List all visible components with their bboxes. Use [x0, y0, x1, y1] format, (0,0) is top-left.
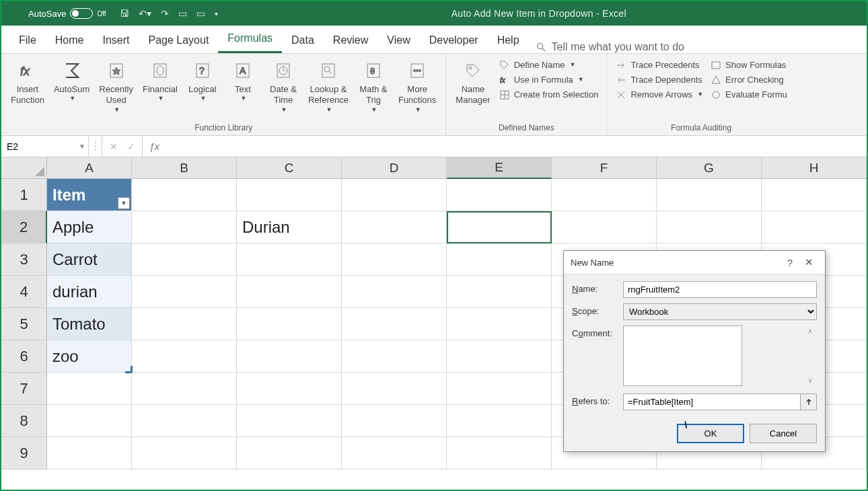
cell-e1[interactable]	[447, 179, 552, 211]
insert-function-button[interactable]: fxInsert Function	[7, 56, 48, 109]
cell-e2-selected[interactable]	[447, 211, 552, 243]
define-name-button[interactable]: Define Name▼	[496, 58, 602, 73]
cell[interactable]	[447, 276, 552, 308]
trace-precedents-button[interactable]: Trace Precedents	[612, 58, 706, 73]
comment-textarea[interactable]	[623, 326, 742, 386]
scrollbar[interactable]: ∧∨	[805, 327, 816, 385]
cell-d2[interactable]	[342, 211, 447, 243]
cell[interactable]	[342, 308, 447, 340]
tab-home[interactable]: Home	[46, 29, 94, 53]
cancel-icon[interactable]: ✕	[110, 141, 118, 152]
math-trig-button[interactable]: θMath & Trig▼	[354, 56, 393, 116]
cell[interactable]	[132, 405, 237, 437]
cell-h1[interactable]	[762, 179, 867, 211]
cell[interactable]	[447, 373, 552, 405]
redo-icon[interactable]: ↷	[161, 8, 169, 19]
cell[interactable]	[237, 437, 342, 469]
name-manager-button[interactable]: Name Manager	[451, 56, 494, 109]
enter-icon[interactable]: ✓	[127, 141, 135, 152]
row-header-8[interactable]: 8	[1, 405, 47, 437]
close-icon[interactable]: ✕	[799, 256, 818, 268]
cell[interactable]	[47, 405, 132, 437]
cell[interactable]	[132, 243, 237, 276]
date-time-button[interactable]: Date & Time▼	[264, 56, 303, 116]
undo-icon[interactable]: ↶▾	[139, 8, 151, 19]
cell[interactable]	[342, 373, 447, 405]
col-header-g[interactable]: G	[657, 157, 762, 179]
autosave-toggle[interactable]: AutoSave Off	[28, 8, 106, 19]
name-input[interactable]	[623, 281, 817, 298]
cell-c2[interactable]: Durian	[237, 211, 342, 243]
text-button[interactable]: AText▼	[223, 56, 262, 106]
cell[interactable]	[237, 373, 342, 405]
help-icon[interactable]: ?	[781, 257, 799, 268]
cell-a2[interactable]: Apple	[47, 211, 132, 243]
cell[interactable]	[342, 437, 447, 469]
cell[interactable]	[132, 308, 237, 340]
cell-a3[interactable]: Carrot	[47, 243, 132, 276]
cell[interactable]	[237, 308, 342, 340]
cell[interactable]	[237, 405, 342, 437]
qa-icon[interactable]: ▭	[178, 8, 187, 19]
cell-a6[interactable]: zoo	[47, 340, 132, 373]
row-header-3[interactable]: 3	[1, 243, 47, 276]
cell[interactable]	[342, 243, 447, 276]
col-header-a[interactable]: A	[47, 157, 132, 179]
cell[interactable]	[342, 405, 447, 437]
toggle-switch-icon[interactable]	[70, 8, 93, 19]
logical-button[interactable]: ?Logical▼	[183, 56, 222, 106]
col-header-f[interactable]: F	[552, 157, 657, 179]
cell-b1[interactable]	[132, 179, 237, 211]
ok-button[interactable]: OK	[677, 424, 744, 443]
cell[interactable]	[47, 373, 132, 405]
col-header-e[interactable]: E	[447, 157, 552, 179]
cell[interactable]	[132, 276, 237, 308]
tab-developer[interactable]: Developer	[420, 29, 488, 53]
cell[interactable]	[237, 340, 342, 373]
show-formulas-button[interactable]: Show Formulas	[707, 58, 790, 73]
qa-icon[interactable]: ▭	[196, 8, 205, 19]
cell[interactable]	[447, 340, 552, 373]
financial-button[interactable]: Financial▼	[139, 56, 182, 106]
cell[interactable]	[447, 243, 552, 276]
row-header-1[interactable]: 1	[1, 179, 47, 211]
tab-formulas[interactable]: Formulas	[218, 27, 282, 53]
lookup-reference-button[interactable]: Lookup & Reference▼	[304, 56, 353, 116]
row-header-2[interactable]: 2	[1, 211, 47, 243]
cell-c1[interactable]	[237, 179, 342, 211]
col-header-d[interactable]: D	[342, 157, 447, 179]
row-header-7[interactable]: 7	[1, 373, 47, 405]
col-header-b[interactable]: B	[132, 157, 237, 179]
cell-g1[interactable]	[657, 179, 762, 211]
col-header-c[interactable]: C	[237, 157, 342, 179]
evaluate-formula-button[interactable]: Evaluate Formu	[707, 87, 790, 102]
error-checking-button[interactable]: Error Checking	[707, 73, 790, 87]
select-all-corner[interactable]	[1, 157, 47, 179]
tab-help[interactable]: Help	[488, 29, 529, 53]
cell-a5[interactable]: Tomato	[47, 308, 132, 340]
cell[interactable]	[47, 437, 132, 469]
tab-review[interactable]: Review	[324, 29, 377, 53]
cell[interactable]	[342, 340, 447, 373]
trace-dependents-button[interactable]: Trace Dependents	[612, 73, 706, 87]
tab-page-layout[interactable]: Page Layout	[139, 29, 218, 53]
create-from-selection-button[interactable]: Create from Selection	[496, 87, 602, 102]
row-header-6[interactable]: 6	[1, 340, 47, 373]
cell[interactable]	[447, 437, 552, 469]
filter-dropdown-icon[interactable]: ▼	[118, 197, 130, 209]
cell-f1[interactable]	[552, 179, 657, 211]
cell[interactable]	[237, 243, 342, 276]
cell-d1[interactable]	[342, 179, 447, 211]
remove-arrows-button[interactable]: Remove Arrows▼	[612, 87, 706, 102]
formula-input[interactable]	[166, 136, 867, 157]
cell-a1[interactable]: Item▼	[47, 179, 132, 211]
tab-data[interactable]: Data	[282, 29, 324, 53]
tell-me-search[interactable]: Tell me what you want to do	[536, 41, 684, 53]
tab-view[interactable]: View	[377, 29, 419, 53]
fx-icon[interactable]: ƒx	[143, 136, 166, 157]
cell-f2[interactable]	[552, 211, 657, 243]
refers-to-input[interactable]	[623, 393, 801, 410]
cell[interactable]	[237, 276, 342, 308]
tab-file[interactable]: File	[9, 29, 46, 53]
use-in-formula-button[interactable]: fxUse in Formula▼	[496, 73, 602, 87]
